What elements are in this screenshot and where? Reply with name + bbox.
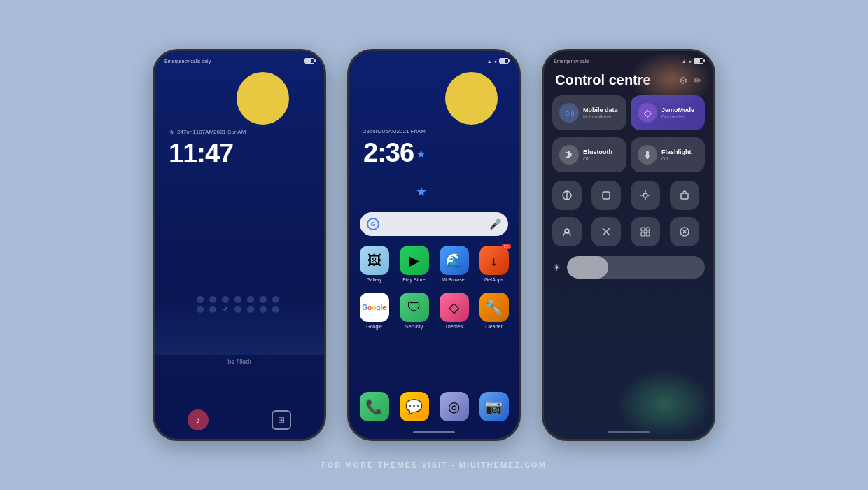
google-icon: G (367, 218, 379, 230)
messages-dock-icon[interactable]: 💬 (400, 392, 429, 421)
app-cleaner[interactable]: 🔧 Cleaner (476, 293, 512, 329)
getapps-app-icon[interactable]: ↓ 21 (479, 246, 509, 275)
camera-dock-icon[interactable]: 📷 (479, 392, 509, 421)
app-gallery[interactable]: 🖼 Gallery (356, 246, 392, 282)
dock-messages[interactable]: 💬 (396, 392, 432, 421)
app-themes[interactable]: ◇ Themes (436, 293, 472, 329)
app-playstore[interactable]: ▶ Play Store (396, 246, 432, 282)
gallery-icon[interactable]: ⊞ (272, 410, 291, 430)
flashlight-tile[interactable]: Flashlight Off (631, 137, 705, 172)
quick-btn-6[interactable] (592, 217, 621, 246)
svg-rect-16 (646, 232, 650, 236)
quick-btn-1[interactable] (552, 181, 582, 210)
phone1-emergency-text: Emergency calls only (164, 59, 211, 64)
mobile-data-tile[interactable]: 0 0 Mobile data Not available (552, 95, 626, 130)
brightness-fill (567, 256, 608, 279)
quick-btn-8[interactable] (670, 217, 699, 246)
control-grid-row1: 0 0 Mobile data Not available ◇ JemoMode (544, 92, 713, 133)
search-bar[interactable]: G 🎤 (360, 212, 508, 236)
brightness-row: ☀ (544, 253, 713, 281)
quick-btn-7[interactable] (631, 217, 660, 246)
svg-rect-13 (641, 227, 645, 231)
quick-btn-5[interactable] (552, 217, 582, 246)
star-icon: ★ (416, 148, 425, 160)
app-getapps-label: GetApps (484, 277, 503, 282)
mibrowser-app-icon[interactable]: 🌊 (440, 246, 469, 275)
music-icon[interactable]: ♪ (188, 410, 209, 430)
bluetooth-status: Off (583, 156, 620, 161)
phone2-signal-icon: ● (494, 59, 497, 64)
app-themes-label: Themes (445, 324, 463, 329)
phone2-status-bar: ▲ ● (349, 51, 519, 66)
mobile-data-status: Not available (583, 114, 620, 119)
bluetooth-tile[interactable]: Bluetooth Off (552, 137, 626, 172)
getapps-badge: 21 (502, 244, 511, 249)
svg-rect-5 (603, 192, 610, 199)
dock-phone[interactable]: 📞 (356, 392, 392, 421)
app-getapps[interactable]: ↓ 21 GetApps (476, 246, 512, 282)
bluetooth-text: Bluetooth Off (583, 148, 620, 161)
playstore-app-icon[interactable]: ▶ (400, 246, 429, 275)
app-grid-row2: Google Google 🛡 Security ◇ Themes 🔧 (356, 293, 512, 329)
themes-app-icon[interactable]: ◇ (440, 293, 469, 322)
phone1-status-icons (304, 58, 314, 64)
phone2-dock: 📞 💬 ◎ 📷 (356, 392, 512, 421)
flashlight-text: Flashlight Off (662, 148, 698, 161)
mobile-data-text: Mobile data Not available (583, 106, 620, 119)
phone1-date: ★ 247on1107AM2021 SunAM (169, 128, 246, 136)
security-app-icon[interactable]: 🛡 (400, 293, 429, 322)
jemo-icon: ◇ (638, 103, 657, 122)
phone3-emergency-text: Emergency calls (554, 59, 589, 64)
brightness-slider[interactable] (567, 256, 705, 279)
jemo-mode-tile[interactable]: ◇ JemoMode Connected (631, 95, 705, 130)
quick-btn-2[interactable] (592, 181, 621, 210)
svg-marker-2 (645, 155, 650, 159)
app-grid-row1: 🖼 Gallery ▶ Play Store 🌊 Mi Browser ↓ (356, 246, 512, 282)
app-security[interactable]: 🛡 Security (396, 293, 432, 329)
bluetooth-label: Bluetooth (583, 148, 620, 156)
gallery-app-icon[interactable]: 🖼 (360, 246, 389, 275)
phone-1-lockscreen: Emergency calls only ★ 247on1107AM2021 S… (153, 49, 326, 441)
google-app-icon[interactable]: Google (360, 293, 389, 322)
dock-mi[interactable]: ◎ (436, 392, 472, 421)
app-cleaner-label: Cleaner (485, 324, 503, 329)
jemo-label: JemoMode (662, 106, 698, 114)
mobile-data-icon: 0 0 (559, 103, 579, 122)
flashlight-status: Off (662, 156, 698, 161)
wave-decoration (155, 299, 324, 355)
phone2-wifi-icon: ▲ (487, 59, 492, 64)
app-google-label: Google (366, 324, 382, 329)
svg-rect-1 (646, 151, 649, 155)
phone1-filled-text: be filled! (227, 358, 251, 365)
phone-2-homescreen: ▲ ● 236on205AM2021 FriAM 2:36 ★ ★ (347, 49, 521, 441)
mi-dock-icon[interactable]: ◎ (440, 392, 469, 421)
home-indicator (608, 431, 650, 433)
quick-btn-4[interactable] (670, 181, 699, 210)
brightness-icon: ☀ (552, 262, 561, 273)
svg-rect-11 (681, 193, 688, 199)
phone-3-control: Emergency calls ▲ ● Control centre ⚙ ✏ (542, 49, 715, 441)
phone2-date: 236on205AM2021 FriAM (363, 128, 426, 134)
mobile-data-label: Mobile data (583, 106, 620, 114)
battery-icon (694, 58, 704, 64)
app-security-label: Security (405, 324, 423, 329)
jemo-text: JemoMode Connected (662, 106, 698, 119)
dock-camera[interactable]: 📷 (476, 392, 512, 421)
cleaner-app-icon[interactable]: 🔧 (479, 293, 509, 322)
phone1-status-bar: Emergency calls only (155, 51, 324, 66)
jemo-status: Connected (662, 114, 698, 119)
flashlight-label: Flashlight (662, 148, 698, 156)
quick-actions-row1 (544, 178, 713, 213)
quick-actions-row2 (544, 214, 713, 249)
app-google[interactable]: Google Google (356, 293, 392, 329)
microphone-icon[interactable]: 🎤 (489, 218, 501, 230)
battery-icon (499, 58, 509, 64)
phone-dock-icon[interactable]: 📞 (360, 392, 389, 421)
phone1-time: 11:47 (169, 139, 233, 169)
app-playstore-label: Play Store (402, 277, 425, 282)
app-mibrowser[interactable]: 🌊 Mi Browser (436, 246, 472, 282)
quick-btn-3[interactable] (631, 181, 660, 210)
bluetooth-icon (559, 145, 579, 164)
svg-rect-15 (641, 232, 645, 236)
blur-bottom-decoration (615, 369, 713, 439)
